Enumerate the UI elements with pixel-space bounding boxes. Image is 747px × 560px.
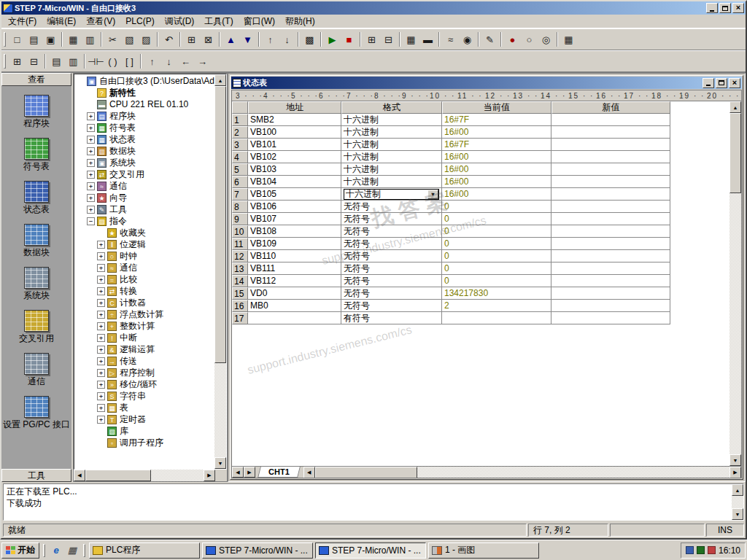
line-up-button[interactable]: ↑: [144, 53, 160, 69]
compile-button[interactable]: ⊞: [183, 31, 200, 47]
paste-button[interactable]: ▨: [138, 31, 155, 47]
tree-expander-plus[interactable]: +: [97, 404, 105, 412]
menu-item[interactable]: 帮助(H): [280, 14, 320, 29]
output-vertical-scrollbar[interactable]: ▲ ▼: [732, 484, 743, 520]
menu-item[interactable]: 查看(V): [81, 14, 120, 29]
scrollbar-thumb[interactable]: [214, 86, 226, 363]
tree-item[interactable]: +→传送: [75, 355, 214, 367]
save-button[interactable]: ▣: [42, 31, 59, 47]
undo-button[interactable]: ↶: [160, 31, 177, 47]
close-button[interactable]: ×: [732, 3, 744, 13]
tree-expander-plus[interactable]: +: [97, 252, 105, 260]
tree-item[interactable]: +‖位逻辑: [75, 238, 214, 250]
upload-button[interactable]: ▲: [222, 31, 239, 47]
tree-expander-plus[interactable]: +: [97, 276, 105, 284]
scroll-up-button[interactable]: ▲: [214, 74, 226, 86]
menu-item[interactable]: 编辑(E): [42, 14, 81, 29]
tree-item[interactable]: ?新特性: [75, 87, 214, 98]
tree-expander-plus[interactable]: +: [97, 241, 105, 249]
restore-button[interactable]: [719, 3, 731, 13]
tree-item[interactable]: +≈通信: [75, 262, 214, 273]
tree-item[interactable]: +▣系统块: [75, 157, 214, 168]
tree-item[interactable]: +⇄交叉引用: [75, 168, 214, 180]
sort-descending-button[interactable]: ↓: [279, 31, 295, 47]
sheet-tab-cht1[interactable]: CHT1: [258, 467, 300, 478]
menu-item[interactable]: 调试(D): [160, 14, 200, 29]
coil-button[interactable]: ( ): [104, 53, 121, 69]
scroll-down-button[interactable]: ▼: [214, 457, 226, 469]
line-down-button[interactable]: ↓: [160, 53, 177, 69]
scroll-left-button[interactable]: ◀: [303, 467, 315, 478]
tree-expander-plus[interactable]: +: [87, 136, 95, 144]
cut-button[interactable]: ✂: [104, 31, 121, 47]
tree-expander-plus[interactable]: +: [87, 206, 95, 214]
contact-button[interactable]: ⊣⊢: [88, 53, 104, 69]
delete-network-button[interactable]: ⊟: [26, 53, 42, 69]
child-minimize-button[interactable]: [703, 78, 714, 88]
line-right-button[interactable]: →: [194, 53, 211, 69]
chart-status-button[interactable]: ▦: [403, 31, 419, 47]
tree-item[interactable]: ▧库: [75, 425, 214, 437]
compile-all-button[interactable]: ⊠: [200, 31, 217, 47]
tree-item[interactable]: +S字符串: [75, 390, 214, 402]
scroll-up-button[interactable]: ▲: [732, 484, 743, 496]
tree-item[interactable]: +!中断: [75, 332, 214, 343]
table-vertical-scrollbar[interactable]: ▲ ▼: [729, 101, 741, 466]
tree-item[interactable]: +○时钟: [75, 250, 214, 262]
tree-expander-plus[interactable]: +: [97, 346, 105, 354]
trend-view-button[interactable]: ≈: [442, 31, 459, 47]
tree-expander-plus[interactable]: +: [97, 264, 105, 272]
menu-item[interactable]: 工具(T): [199, 14, 238, 29]
tree-expander-plus[interactable]: +: [87, 171, 95, 179]
tree-item[interactable]: +=比较: [75, 273, 214, 285]
toolbar-grip[interactable]: [4, 54, 6, 69]
tree-expander-minus[interactable]: −: [87, 217, 95, 225]
child-restore-button[interactable]: [716, 78, 727, 88]
scroll-right-button[interactable]: ▶: [204, 470, 215, 481]
tree-expander-plus[interactable]: +: [97, 392, 105, 400]
download-button[interactable]: ▼: [239, 31, 256, 47]
sidebar-item-cross-reference[interactable]: 交叉引用: [2, 310, 71, 343]
ime-icon[interactable]: [686, 546, 694, 554]
tree-vertical-scrollbar[interactable]: ▲ ▼: [214, 74, 226, 469]
tab-scroll-right-button[interactable]: ▶: [244, 467, 255, 478]
tree-item[interactable]: +★向导: [75, 192, 214, 203]
antivirus-icon[interactable]: [708, 546, 716, 554]
tree-expander-plus[interactable]: +: [97, 334, 105, 342]
single-read-button[interactable]: ◉: [459, 31, 476, 47]
options-button[interactable]: ▩: [301, 31, 318, 47]
tree-item[interactable]: ▬CPU 221 REL 01.10: [75, 98, 214, 110]
scrollbar-thumb[interactable]: [85, 470, 151, 481]
tree-item[interactable]: +»移位/循环: [75, 378, 214, 390]
tree-item[interactable]: +▤程序块: [75, 110, 214, 122]
menu-item[interactable]: 窗口(W): [239, 14, 280, 29]
tree-expander-plus[interactable]: +: [97, 311, 105, 319]
quick-launch-internet-explorer[interactable]: e: [49, 543, 63, 558]
tasks-grip[interactable]: [83, 544, 85, 557]
pou-comment-button[interactable]: ▤: [48, 53, 65, 69]
tree-expander-plus[interactable]: +: [97, 381, 105, 389]
open-button[interactable]: ▤: [26, 31, 42, 47]
network-comment-button[interactable]: ▥: [65, 53, 82, 69]
box-button[interactable]: [ ]: [121, 53, 138, 69]
tree-item[interactable]: +≈通信: [75, 180, 214, 192]
run-button[interactable]: ▶: [324, 31, 341, 47]
line-left-button[interactable]: ←: [177, 53, 194, 69]
start-button[interactable]: 开始: [1, 542, 39, 559]
tree-expander-plus[interactable]: +: [87, 147, 95, 155]
sidebar-item-communication[interactable]: 通信: [2, 353, 71, 386]
tree-horizontal-scrollbar[interactable]: ◀ ▶: [74, 470, 215, 481]
tree-item[interactable]: +⇄转换: [75, 285, 214, 297]
scroll-left-button[interactable]: ◀: [74, 470, 85, 481]
tree-expander-plus[interactable]: +: [97, 287, 105, 295]
tree-expander-plus[interactable]: +: [97, 369, 105, 377]
tree-expander-plus[interactable]: +: [87, 112, 95, 120]
scroll-up-button[interactable]: ▲: [729, 101, 741, 113]
write-all-button[interactable]: ✎: [481, 31, 498, 47]
quick-launch-show-desktop[interactable]: ▦: [65, 543, 80, 558]
taskbar-task-button[interactable]: 1 - 画图: [428, 542, 539, 559]
unforce-button[interactable]: ○: [521, 31, 538, 47]
grid-button[interactable]: ▦: [560, 31, 577, 47]
tree-item[interactable]: +✎工具: [75, 203, 214, 215]
tree-expander-plus[interactable]: +: [87, 159, 95, 167]
